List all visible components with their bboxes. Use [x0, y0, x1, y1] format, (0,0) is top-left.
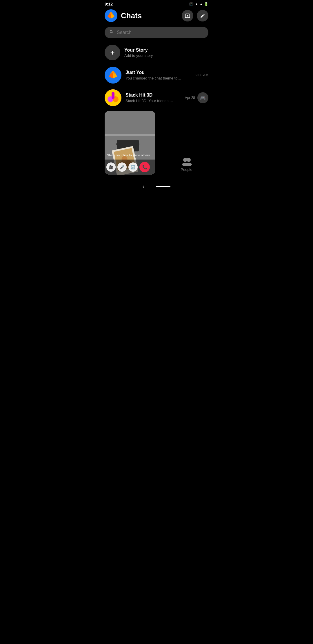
video-invite-label: Share your link to invite others	[107, 153, 154, 157]
video-card: Share your link to invite others 🎥 🎤 🔄 📞	[105, 111, 155, 175]
story-info: Your Story Add to your story	[124, 48, 153, 58]
add-story-button[interactable]: +	[105, 45, 120, 60]
chat-item-stack-hit[interactable]: Stack Hit 3D Stack Hit 3D: Your friends …	[100, 86, 213, 109]
story-subtitle: Add to your story	[124, 53, 153, 58]
edit-button[interactable]	[197, 10, 208, 21]
end-call-button[interactable]: 📞	[139, 162, 150, 172]
chat-item-just-you[interactable]: Just You You changed the chat theme to… …	[100, 64, 213, 86]
people-label: People	[181, 167, 192, 172]
chat-info-just-you: Just You You changed the chat theme to…	[125, 70, 192, 80]
people-nav-item[interactable]: People	[160, 157, 213, 172]
chat-preview-stack-hit: Stack Hit 3D: Your friends …	[125, 99, 181, 103]
flip-camera-button[interactable]: 🔄	[128, 162, 138, 172]
content-area: Share your link to invite others 🎥 🎤 🔄 📞	[100, 109, 213, 175]
video-toggle-button[interactable]: 🎥	[106, 162, 116, 172]
search-input[interactable]	[117, 30, 204, 35]
chat-time-just-you: 9:08 AM	[196, 73, 208, 77]
svg-point-23	[185, 163, 192, 166]
chat-preview-just-you: You changed the chat theme to…	[125, 76, 192, 80]
page-title: Chats	[121, 11, 178, 20]
chat-name-just-you: Just You	[125, 70, 192, 75]
svg-rect-11	[112, 92, 114, 99]
battery-icon: 🔋	[204, 2, 208, 6]
chat-time-stack-hit: Apr 28	[185, 96, 195, 100]
signal-icon: ▲	[199, 2, 203, 6]
chat-name-stack-hit: Stack Hit 3D	[125, 93, 181, 98]
header: Chats	[100, 8, 213, 26]
vibrate-icon: 📳	[189, 2, 194, 6]
status-right: 📳 ▲ ▲ 🔋	[189, 2, 208, 6]
search-bar[interactable]	[105, 27, 208, 38]
svg-point-21	[187, 158, 191, 162]
chat-avatar-just-you	[105, 67, 121, 84]
status-time: 9:12	[105, 2, 113, 6]
camera-button[interactable]	[182, 10, 193, 21]
story-title: Your Story	[124, 48, 153, 53]
status-bar: 9:12 📳 ▲ ▲ 🔋	[100, 0, 213, 8]
home-indicator[interactable]	[156, 186, 170, 187]
svg-rect-13	[105, 134, 155, 136]
chat-meta-just-you: 9:08 AM	[196, 73, 208, 77]
search-icon	[109, 30, 114, 35]
wifi-icon: ▲	[195, 2, 198, 6]
android-nav-bar: ‹	[100, 180, 213, 193]
game-badge: 🎮	[197, 92, 208, 103]
mute-button[interactable]: 🎤	[117, 162, 127, 172]
profile-avatar[interactable]	[105, 9, 117, 22]
chat-meta-stack-hit: Apr 28 🎮	[185, 92, 208, 103]
video-thumbnail: Share your link to invite others 🎥 🎤 🔄 📞	[105, 111, 155, 175]
svg-point-20	[183, 158, 187, 162]
chat-avatar-stack-hit	[105, 89, 121, 106]
status-left: 9:12	[105, 2, 113, 6]
back-button[interactable]: ‹	[143, 183, 144, 189]
chat-info-stack-hit: Stack Hit 3D Stack Hit 3D: Your friends …	[125, 93, 181, 103]
story-row[interactable]: + Your Story Add to your story	[100, 42, 213, 64]
video-side: Share your link to invite others 🎥 🎤 🔄 📞	[105, 109, 155, 175]
right-side: People	[155, 109, 213, 175]
